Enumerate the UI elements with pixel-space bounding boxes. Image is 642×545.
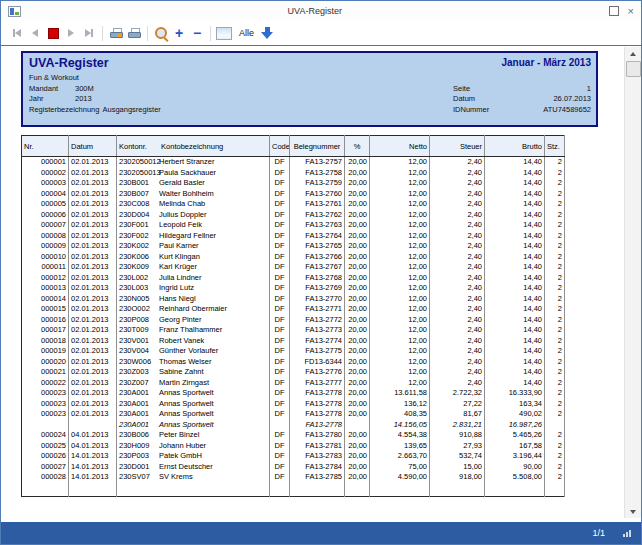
table-row: 00001902.01.2013230V004Günther Vorlaufer… — [22, 346, 565, 357]
company-name: Fun & Workout — [29, 73, 161, 84]
window-icon — [8, 6, 21, 17]
zoom-icon — [155, 27, 167, 39]
table-row: 00000502.01.2013230C008Melinda ChabDFFA1… — [22, 199, 565, 210]
col-konto: Kontonr. Kontobezeichnung — [117, 136, 270, 157]
table-row: 00002302.01.2013230A001Annas SportweltDF… — [22, 388, 565, 399]
scrollbar-thumb[interactable] — [626, 61, 641, 77]
table-header-row: Nr. Datum Kontonr. Kontobezeichnung Code… — [22, 136, 565, 157]
close-button[interactable]: × — [628, 7, 634, 15]
last-page-button[interactable] — [81, 24, 97, 42]
status-bar: 1/1 — [1, 522, 641, 544]
zoom-in-icon: + — [175, 27, 183, 39]
table-row: 00001102.01.2013230K009Karl KrügerDFFA13… — [22, 262, 565, 273]
table-row: 00000402.01.2013230B007Walter BohlheimDF… — [22, 189, 565, 200]
table-row: 00001202.01.2013230L002Julia LindnerDFFA… — [22, 273, 565, 284]
col-stz: Stz. — [545, 136, 565, 157]
scroll-up-icon — [630, 52, 636, 56]
col-brutto: Brutto — [485, 136, 545, 157]
report-field: Seite1 — [453, 84, 591, 95]
register-table: Nr. Datum Kontonr. Kontobezeichnung Code… — [21, 135, 565, 497]
table-row: 00001302.01.2013230L003Ingrid LutzDFFA13… — [22, 283, 565, 294]
zoom-out-icon: − — [193, 27, 201, 39]
scroll-down-icon — [630, 510, 636, 514]
stop-icon — [48, 28, 59, 39]
table-row: 00002814.01.2013230SV07SV KremsDFFA13-27… — [22, 472, 565, 483]
report-fields-left: Fun & Workout Mandant300MJahr2013Registe… — [29, 73, 161, 115]
printer-icon — [128, 28, 141, 39]
table-row: 00002714.01.2013230D001Ernst DeutscherDF… — [22, 462, 565, 473]
table-row: 00000302.01.2013230B001Gerald BaslerDFFA… — [22, 178, 565, 189]
page-preview-button[interactable] — [216, 24, 232, 42]
col-netto: Netto — [370, 136, 430, 157]
first-page-button[interactable] — [9, 24, 25, 42]
window-title: UVA-Register — [21, 6, 609, 16]
table-row: 00002404.01.2013230B006Peter BinzelDFFA1… — [22, 430, 565, 441]
table-row: 00002102.01.2013230Z003Sabine ZahntDFFA1… — [22, 367, 565, 378]
report-page: UVA-Register Januar - März 2013 Fun & Wo… — [1, 46, 625, 522]
next-page-icon — [68, 29, 74, 37]
zoom-out-button[interactable]: − — [189, 24, 205, 42]
col-kontobezeichnung: Kontobezeichnung — [161, 142, 223, 151]
table-row: 00000102.01.20132302050012Herbert Stranz… — [22, 157, 565, 168]
table-row: 00000202.01.20132302050013Paula Sackhaue… — [22, 168, 565, 179]
resize-grip-icon — [623, 530, 631, 537]
export-print-button[interactable] — [108, 24, 124, 42]
scroll-down-button[interactable] — [625, 505, 641, 518]
table-row: 00002504.01.2013230H009Johann HuberDFFA1… — [22, 441, 565, 452]
report-period: Januar - März 2013 — [502, 57, 592, 68]
scroll-up-button[interactable] — [625, 47, 641, 60]
zoom-in-button[interactable]: + — [171, 24, 187, 42]
table-row: 00001802.01.2013230V001Robert VanekDFFA1… — [22, 336, 565, 347]
col-kontonr: Kontonr. — [119, 142, 159, 151]
alle-label: Alle — [239, 28, 254, 38]
report-field: RegisterbezeichnungAusgangsregister — [29, 105, 161, 116]
col-prozent: % — [345, 136, 370, 157]
col-belegnummer: Belegnummer — [290, 136, 345, 157]
print-button[interactable] — [126, 24, 142, 42]
page-preview-icon — [216, 27, 232, 40]
table-row: 00002202.01.2013230Z007Martin ZirngastDF… — [22, 378, 565, 389]
maximize-button[interactable] — [609, 6, 619, 16]
zoom-button[interactable] — [153, 24, 169, 42]
download-all-button[interactable] — [259, 24, 275, 42]
table-row: 00000602.01.2013230D004Julius DopplerDFF… — [22, 210, 565, 221]
vertical-scrollbar[interactable] — [624, 47, 641, 518]
col-datum: Datum — [69, 136, 117, 157]
table-row: 00000902.01.2013230K002Paul KarnerDFFA13… — [22, 241, 565, 252]
report-title: UVA-Register — [29, 56, 109, 70]
col-nr: Nr. — [22, 136, 69, 157]
title-bar: UVA-Register × — [1, 1, 641, 21]
export-print-icon — [110, 28, 123, 39]
toolbar-separator — [210, 26, 211, 41]
band-fields-right: Seite1Datum26.07.2013IDNummerATU74589652 — [453, 84, 591, 116]
table-row: 00002302.01.2013230A001Annas SportweltDF… — [22, 409, 565, 420]
app-window: UVA-Register × + − Alle — [0, 0, 642, 545]
table-row: 00002002.01.2013230W006Thomas WelserDFFD… — [22, 357, 565, 368]
report-field: Mandant300M — [29, 84, 161, 95]
download-all-icon — [260, 27, 274, 40]
table-row: 230A001Annas SportweltFA13-277814.156,05… — [22, 420, 565, 431]
report-field: IDNummerATU74589652 — [453, 105, 591, 116]
report-table-body: 00000102.01.20132302050012Herbert Stranz… — [22, 157, 565, 497]
report-field: Jahr2013 — [29, 94, 161, 105]
report-field: Datum26.07.2013 — [453, 94, 591, 105]
toolbar: + − Alle — [1, 21, 641, 45]
col-code: Code — [270, 136, 290, 157]
table-row: 00001702.01.2013230T009Franz ThalhammerD… — [22, 325, 565, 336]
stop-button[interactable] — [45, 24, 61, 42]
table-row: 00000802.01.2013230F002Hildegard Fellner… — [22, 231, 565, 242]
band-fields-left: Mandant300MJahr2013RegisterbezeichnungAu… — [29, 84, 161, 116]
table-row: 00001602.01.2013230P008Georg PinterDFFA1… — [22, 315, 565, 326]
report-header-band: UVA-Register Januar - März 2013 Fun & Wo… — [21, 51, 598, 127]
toolbar-separator — [102, 26, 103, 41]
page-indicator: 1/1 — [592, 528, 605, 538]
table-row: 00002302.01.2013230A001Annas SportweltDF… — [22, 399, 565, 410]
previous-page-icon — [32, 29, 38, 37]
toolbar-separator — [147, 26, 148, 41]
table-row: 00001402.01.2013230N005Hans NieglDFFA13-… — [22, 294, 565, 305]
table-filler-row — [22, 483, 565, 497]
next-page-button[interactable] — [63, 24, 79, 42]
previous-page-button[interactable] — [27, 24, 43, 42]
table-row: 00001502.01.2013230O002Reinhard Obermaie… — [22, 304, 565, 315]
report-viewer: UVA-Register Januar - März 2013 Fun & Wo… — [1, 45, 641, 522]
